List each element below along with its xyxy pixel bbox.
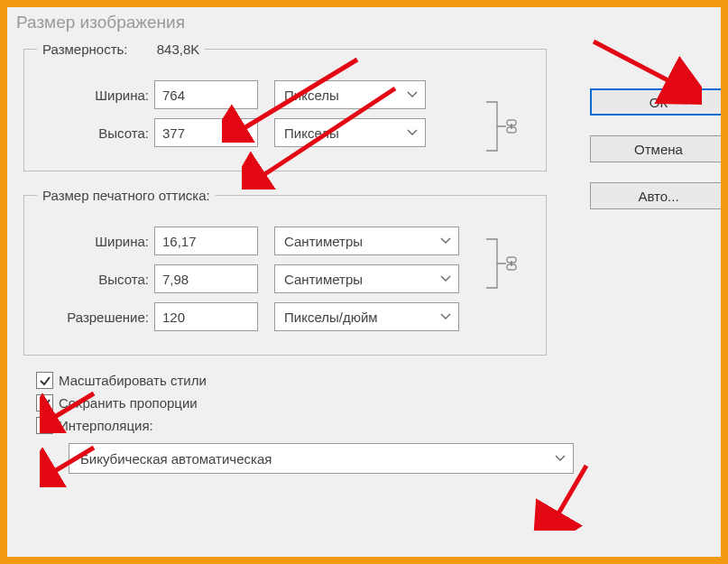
chevron-down-icon (440, 313, 451, 320)
pixel-dimensions-legend-label: Размерность: (42, 42, 128, 57)
constrain-link-icon[interactable] (486, 95, 522, 158)
pixel-height-label: Высота: (37, 125, 154, 141)
constrain-proportions-checkbox[interactable] (36, 394, 53, 411)
dialog-title: Размер изображения (7, 7, 721, 34)
resolution-unit-select[interactable]: Пикселы/дюйм (274, 302, 459, 331)
pixel-height-row: Высота: Пикселы (37, 116, 533, 149)
auto-button-label: Авто... (638, 189, 678, 204)
doc-width-row: Ширина: Сантиметры (37, 225, 533, 257)
pixel-width-label: Ширина: (37, 88, 154, 103)
dialog-window: Размер изображения Размерность: 843,8K Ш… (0, 0, 728, 564)
document-size-legend: Размер печатного оттиска: (37, 188, 216, 203)
main-content: Размерность: 843,8K Ширина: Пикселы Высо… (7, 34, 721, 481)
constrain-link-icon[interactable] (486, 232, 522, 295)
resolution-input[interactable] (154, 302, 258, 331)
resample-label: Интерполяция: (59, 418, 153, 433)
interpolation-value: Бикубическая автоматическая (80, 451, 272, 467)
pixel-width-input[interactable] (154, 80, 258, 109)
ok-button[interactable]: ОК (590, 88, 727, 116)
pixel-width-unit-value: Пикселы (284, 88, 339, 103)
chevron-down-icon (555, 455, 566, 462)
button-column: ОК Отмена Авто... (581, 34, 727, 229)
doc-width-unit-select[interactable]: Сантиметры (274, 227, 459, 255)
form-column: Размерность: 843,8K Ширина: Пикселы Высо… (7, 34, 581, 481)
doc-height-row: Высота: Сантиметры (37, 263, 533, 295)
resample-checkbox[interactable] (36, 417, 53, 434)
resample-row: Интерполяция: (36, 417, 574, 434)
resolution-label: Разрешение: (37, 310, 154, 325)
doc-width-input[interactable] (154, 227, 258, 255)
chevron-down-icon (440, 237, 451, 245)
chevron-down-icon (407, 91, 418, 98)
scale-styles-checkbox[interactable] (36, 372, 53, 389)
pixel-dimensions-group: Размерность: 843,8K Ширина: Пикселы Высо… (23, 42, 547, 171)
constrain-proportions-label: Сохранить пропорции (59, 395, 198, 411)
pixel-height-unit-select[interactable]: Пикселы (274, 118, 426, 147)
pixel-height-unit-value: Пикселы (284, 125, 339, 141)
pixel-width-row: Ширина: Пикселы (37, 79, 533, 111)
cancel-button[interactable]: Отмена (590, 135, 727, 162)
constrain-proportions-row: Сохранить пропорции (36, 394, 574, 411)
scale-styles-label: Масштабировать стили (59, 373, 207, 388)
pixel-dimensions-legend-value: 843,8K (157, 42, 200, 57)
cancel-button-label: Отмена (634, 142, 683, 157)
pixel-width-unit-select[interactable]: Пикселы (274, 80, 426, 109)
doc-height-input[interactable] (154, 264, 258, 293)
ok-button-label: ОК (650, 95, 668, 110)
doc-width-unit-value: Сантиметры (284, 234, 363, 249)
doc-height-unit-value: Сантиметры (284, 272, 363, 287)
doc-width-label: Ширина: (37, 234, 154, 249)
resolution-unit-value: Пикселы/дюйм (284, 310, 378, 325)
doc-height-unit-select[interactable]: Сантиметры (274, 264, 459, 293)
doc-height-label: Высота: (37, 272, 154, 287)
resolution-row: Разрешение: Пикселы/дюйм (37, 300, 533, 333)
document-size-group: Размер печатного оттиска: Ширина: Сантим… (23, 188, 547, 356)
pixel-dimensions-legend: Размерность: 843,8K (37, 42, 205, 57)
scale-styles-row: Масштабировать стили (36, 372, 574, 389)
chevron-down-icon (440, 275, 451, 282)
chevron-down-icon (407, 129, 418, 136)
interpolation-select[interactable]: Бикубическая автоматическая (69, 443, 574, 474)
auto-button[interactable]: Авто... (590, 182, 727, 209)
pixel-height-input[interactable] (154, 118, 258, 147)
